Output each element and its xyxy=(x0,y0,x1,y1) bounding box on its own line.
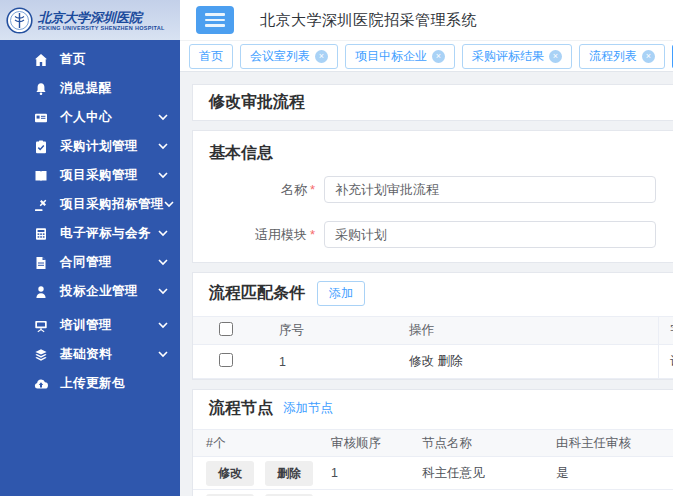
book-icon xyxy=(34,169,48,183)
sidebar-item-upload-update-package[interactable]: 上传更新包 xyxy=(0,369,180,398)
name-input[interactable] xyxy=(324,176,656,203)
flow-nodes-table: #个 审核顺序 节点名称 由科主任审核 修改 删除 1 科主任意见 是 xyxy=(193,429,673,496)
sidebar-menu: 首页 消息提醒 个人中心 采购计划管理 项目采购管理 项目采购招标管理 xyxy=(0,40,180,496)
tab-meeting-room-list[interactable]: 会议室列表 × xyxy=(240,44,338,69)
hospital-name-en: PEKING UNIVERSITY SHENZHEN HOSPITAL xyxy=(38,25,165,31)
chevron-down-icon xyxy=(158,143,168,150)
edit-node-button[interactable]: 修改 xyxy=(206,461,254,486)
tab-label: 流程列表 xyxy=(589,48,637,65)
sidebar-item-purchase-plan-mgmt[interactable]: 采购计划管理 xyxy=(0,132,180,161)
contract-icon xyxy=(34,256,48,270)
module-field-row: 适用模块* xyxy=(193,221,673,248)
sidebar-item-label: 项目采购管理 xyxy=(60,167,138,184)
tab-close-icon[interactable]: × xyxy=(549,50,562,63)
tab-close-icon[interactable]: × xyxy=(315,50,328,63)
sidebar-item-label: 电子评标与会务 xyxy=(60,225,151,242)
clipboard-icon xyxy=(34,140,48,154)
node-order: 1 xyxy=(331,466,422,480)
sidebar-item-label: 投标企业管理 xyxy=(60,283,138,300)
sidebar-item-label: 首页 xyxy=(60,51,86,68)
condition-partial-cell: 计划 xyxy=(658,345,673,378)
tab-evaluation-results[interactable]: 采购评标结果 × xyxy=(462,44,572,69)
basic-info-section-title: 基本信息 xyxy=(193,143,673,176)
chevron-down-icon xyxy=(158,172,168,179)
sidebar-item-contract-mgmt[interactable]: 合同管理 xyxy=(0,248,180,277)
sidebar-item-base-data[interactable]: 基础资料 xyxy=(0,340,180,369)
column-header-name: 节点名称 xyxy=(422,435,556,452)
basic-info-card: 基本信息 名称* 适用模块* xyxy=(192,130,673,263)
calculator-icon xyxy=(34,227,48,241)
column-header-ops: 操作 xyxy=(409,322,658,339)
sidebar-item-project-purchase-mgmt[interactable]: 项目采购管理 xyxy=(0,161,180,190)
hospital-emblem-icon xyxy=(6,7,33,34)
match-conditions-card: 流程匹配条件 添加 序号 操作 字段 1 修改 删除 计划 xyxy=(192,272,673,380)
sidebar-item-bidder-enterprise-mgmt[interactable]: 投标企业管理 xyxy=(0,277,180,306)
flow-nodes-header-row: #个 审核顺序 节点名称 由科主任审核 xyxy=(193,430,673,457)
add-condition-button[interactable]: 添加 xyxy=(317,281,365,306)
person-icon xyxy=(34,285,48,299)
match-condition-row: 1 修改 删除 计划 xyxy=(193,345,673,379)
id-card-icon xyxy=(34,111,48,125)
match-conditions-header: 流程匹配条件 添加 xyxy=(193,273,673,316)
sidebar-item-project-bidding-mgmt[interactable]: 项目采购招标管理 xyxy=(0,190,180,219)
sidebar-item-label: 培训管理 xyxy=(60,317,112,334)
column-header-seq: 序号 xyxy=(279,322,409,339)
tab-label: 会议室列表 xyxy=(250,48,310,65)
chevron-down-icon xyxy=(158,114,168,121)
select-all-checkbox[interactable] xyxy=(219,322,233,336)
sidebar-item-label: 上传更新包 xyxy=(60,375,125,392)
chevron-down-icon xyxy=(164,201,174,208)
chevron-down-icon xyxy=(158,351,168,358)
sidebar-item-label: 合同管理 xyxy=(60,254,112,271)
home-icon xyxy=(34,53,48,67)
name-field-label: 名称* xyxy=(193,181,315,199)
chevron-down-icon xyxy=(158,230,168,237)
match-conditions-header-row: 序号 操作 字段 xyxy=(193,317,673,345)
sidebar: 北京大学深圳医院 PEKING UNIVERSITY SHENZHEN HOSP… xyxy=(0,0,180,496)
match-conditions-table: 序号 操作 字段 1 修改 删除 计划 xyxy=(193,316,673,379)
delete-node-button[interactable]: 删除 xyxy=(265,461,313,486)
hospital-name-cn: 北京大学深圳医院 xyxy=(38,10,165,25)
tab-winning-enterprises[interactable]: 项目中标企业 × xyxy=(345,44,455,69)
top-bar: 北京大学深圳医院招采管理系统 xyxy=(180,0,673,40)
tab-close-icon[interactable]: × xyxy=(642,50,655,63)
presentation-icon xyxy=(34,319,48,333)
layers-icon xyxy=(34,348,48,362)
tab-home[interactable]: 首页 xyxy=(189,44,233,69)
app-title: 北京大学深圳医院招采管理系统 xyxy=(260,11,477,30)
hospital-logo: 北京大学深圳医院 PEKING UNIVERSITY SHENZHEN HOSP… xyxy=(0,0,180,40)
sidebar-item-training-mgmt[interactable]: 培训管理 xyxy=(0,311,180,340)
flow-nodes-card: 流程节点 添加节点 #个 审核顺序 节点名称 由科主任审核 修改 删除 1 科主… xyxy=(192,389,673,496)
page-title: 修改审批流程 xyxy=(209,92,673,113)
gavel-icon xyxy=(34,198,48,212)
flow-nodes-title: 流程节点 xyxy=(209,398,273,419)
sidebar-toggle-button[interactable] xyxy=(196,6,234,34)
flow-node-row: 修改 删除 1 科主任意见 是 xyxy=(193,457,673,490)
module-field-label: 适用模块* xyxy=(193,226,315,244)
chevron-down-icon xyxy=(158,322,168,329)
sidebar-item-messages[interactable]: 消息提醒 xyxy=(0,74,180,103)
sidebar-item-label: 基础资料 xyxy=(60,346,112,363)
sidebar-item-e-evaluation[interactable]: 电子评标与会务 xyxy=(0,219,180,248)
name-field-row: 名称* xyxy=(193,176,673,203)
condition-ops-links[interactable]: 修改 删除 xyxy=(409,353,658,370)
flow-node-row: 删除 修改 删除 2 采购员意见 否 xyxy=(193,490,673,496)
node-dept-review: 是 xyxy=(556,465,673,482)
sidebar-item-home[interactable]: 首页 xyxy=(0,45,180,74)
tab-process-list[interactable]: 流程列表 × xyxy=(579,44,665,69)
required-asterisk: * xyxy=(310,227,315,242)
add-node-link[interactable]: 添加节点 xyxy=(283,400,333,417)
page-content: 修改审批流程 基本信息 名称* 适用模块* 流程匹配条件 添加 序 xyxy=(180,72,673,496)
node-name: 科主任意见 xyxy=(422,465,556,482)
cloud-upload-icon xyxy=(34,377,48,391)
open-tabs-bar: 首页 会议室列表 × 项目中标企业 × 采购评标结果 × 流程列表 × 流程 × xyxy=(180,40,673,72)
sidebar-item-label: 个人中心 xyxy=(60,109,112,126)
column-header-num: #个 xyxy=(206,435,331,452)
condition-seq: 1 xyxy=(279,355,409,369)
tab-close-icon[interactable]: × xyxy=(432,50,445,63)
module-input[interactable] xyxy=(324,221,656,248)
row-checkbox[interactable] xyxy=(219,353,233,367)
sidebar-item-personal-center[interactable]: 个人中心 xyxy=(0,103,180,132)
column-header-partial: 字段 xyxy=(658,317,673,344)
sidebar-item-label: 项目采购招标管理 xyxy=(60,196,164,213)
